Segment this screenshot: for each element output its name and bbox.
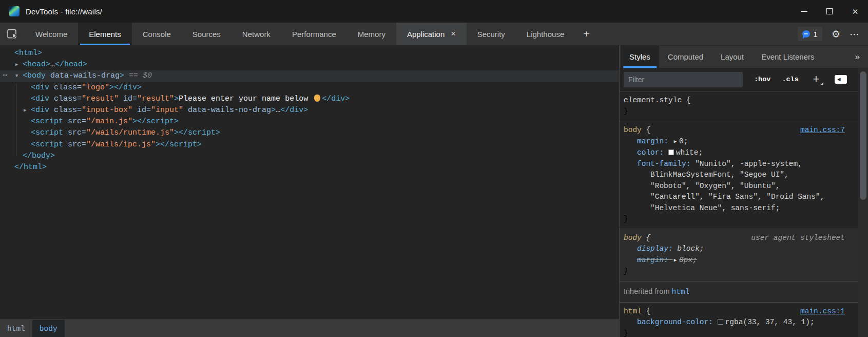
feedback-button[interactable]: 1 — [798, 27, 822, 41]
code-token: class= — [49, 106, 82, 115]
property-value: rgba(33, 37, 43, 1); — [725, 318, 815, 326]
tab-label: Event Listeners — [761, 52, 814, 61]
code-token: "result" — [137, 95, 174, 103]
more-sidebar-tabs-icon[interactable]: » — [847, 46, 868, 68]
expand-icon[interactable]: ▶ — [15, 59, 23, 70]
tab-sources[interactable]: Sources — [182, 23, 232, 45]
sidebar-tabs: » StylesComputedLayoutEvent Listeners — [620, 46, 868, 68]
devtools-content: <html>▶<head>…</head>⋯▼<body data-wails-… — [0, 46, 868, 337]
tree-row[interactable]: <div class="logo"></div> — [0, 82, 619, 93]
css-property[interactable]: background-color: rgba(33, 37, 43, 1); — [624, 317, 854, 328]
close-tab-icon[interactable]: × — [451, 30, 455, 38]
code-token: "/wails/runtime.js" — [86, 128, 174, 137]
collapse-icon[interactable]: ▼ — [15, 70, 23, 82]
node-source: <html> — [14, 49, 42, 58]
tab-network[interactable]: Network — [232, 23, 281, 45]
property-value: 8px; — [679, 256, 697, 264]
property-content: background-color: rgba(33, 37, 43, 1); — [637, 318, 815, 326]
code-token: </html> — [14, 163, 47, 172]
more-options-icon[interactable]: ⋯ — [850, 28, 860, 40]
tree-row[interactable]: <script src="/wails/ipc.js"></script> — [0, 139, 619, 151]
tree-row[interactable]: ⋯▼<body data-wails-drag> == $0 — [0, 70, 619, 82]
sidebar-tab-computed[interactable]: Computed — [659, 46, 712, 68]
css-property[interactable]: margin: ▶8px; — [624, 255, 854, 267]
css-property[interactable]: font-family: "Nunito", -apple-system, — [624, 159, 854, 170]
node-source: </body> — [23, 152, 55, 160]
tab-welcome[interactable]: Welcome — [25, 23, 78, 45]
tab-performance[interactable]: Performance — [281, 23, 347, 45]
tab-label: Sources — [192, 30, 221, 39]
property-value-wrap: "Roboto", "Oxygen", "Ubuntu", — [624, 181, 854, 192]
sidebar-tab-layout[interactable]: Layout — [712, 46, 753, 68]
tree-row[interactable]: <html> — [0, 48, 619, 59]
property-value-wrap: "Helvetica Neue", sans-serif; — [624, 203, 854, 214]
code-token: <script — [31, 128, 63, 137]
crumb-body[interactable]: body — [32, 320, 65, 337]
maximize-button[interactable] — [817, 0, 842, 23]
rule-selector[interactable]: html { — [624, 306, 650, 317]
stylesheet-link[interactable]: main.css:1 — [800, 306, 845, 317]
tab-console[interactable]: Console — [132, 23, 182, 45]
rule-selector[interactable]: body { — [624, 233, 650, 244]
rule-selector[interactable]: body { — [624, 125, 650, 136]
maximize-icon — [826, 8, 833, 14]
window-title: DevTools - file://wails/ — [26, 7, 102, 16]
tab-memory[interactable]: Memory — [347, 23, 396, 45]
tree-row[interactable]: </body> — [0, 151, 619, 162]
styles-filter-input[interactable] — [624, 72, 743, 87]
color-swatch[interactable] — [718, 319, 723, 325]
toggle-sidebar-pane-icon[interactable]: ◄ — [835, 75, 847, 84]
code-token: src= — [63, 128, 86, 137]
expand-icon[interactable]: ▶ — [24, 105, 31, 116]
code-token: id= — [119, 95, 137, 103]
breadcrumb: htmlbody — [0, 320, 619, 337]
property-content: font-family: "Nunito", -apple-system, — [637, 160, 802, 168]
selector-text: html — [624, 307, 642, 315]
color-swatch[interactable] — [668, 149, 674, 155]
tab-lighthouse[interactable]: Lighthouse — [516, 23, 575, 45]
css-property[interactable]: display: block; — [624, 244, 854, 255]
tree-row[interactable]: ▶<head>…</head> — [0, 59, 619, 70]
rule-header: body {main.css:7 — [624, 125, 854, 136]
code-token: data-wails-drag — [46, 71, 120, 80]
code-token: "input-box" — [82, 106, 132, 115]
pseudo-state-toggle[interactable]: :hov — [754, 76, 770, 83]
expand-value-icon[interactable]: ▶ — [674, 137, 677, 148]
settings-gear-icon[interactable]: ⚙ — [832, 28, 840, 40]
tree-row[interactable]: <script src="/main.js"></script> — [0, 116, 619, 127]
tab-elements[interactable]: Elements — [78, 23, 132, 45]
stylesheet-link[interactable]: main.css:7 — [800, 125, 845, 136]
minimize-button[interactable] — [791, 0, 817, 23]
more-tools-button[interactable]: + — [575, 23, 597, 45]
code-token: > — [109, 83, 114, 92]
inspect-element-button[interactable] — [0, 23, 25, 45]
scrollbar-thumb[interactable] — [860, 71, 866, 200]
code-token: == $0 — [124, 71, 152, 80]
sidebar-tab-styles[interactable]: Styles — [621, 46, 659, 68]
tree-row[interactable]: <script src="/wails/runtime.js"></script… — [0, 127, 619, 139]
open-brace: { — [642, 234, 650, 242]
styles-scrollbar[interactable] — [858, 68, 868, 337]
node-source: <body data-wails-drag> == $0 — [23, 71, 152, 80]
tab-application[interactable]: Application× — [396, 23, 467, 45]
tree-row[interactable]: ▶<div class="input-box" id="input" data-… — [0, 105, 619, 116]
new-style-rule-button[interactable]: + — [811, 74, 821, 85]
tab-security[interactable]: Security — [467, 23, 516, 45]
crumb-html[interactable]: html — [0, 320, 32, 337]
tab-label: Security — [477, 30, 505, 39]
inherited-node-link[interactable]: html — [672, 288, 690, 296]
close-button[interactable]: ✕ — [842, 0, 868, 23]
more-actions-icon[interactable]: ⋯ — [3, 70, 7, 82]
property-content: margin: ▶8px; — [637, 256, 697, 264]
node-source: <head>…</head> — [23, 60, 87, 69]
feedback-bubble-icon — [802, 30, 810, 38]
css-property[interactable]: color: white; — [624, 147, 854, 159]
sidebar-tab-event-listeners[interactable]: Event Listeners — [753, 46, 823, 68]
class-toggle[interactable]: .cls — [782, 76, 798, 83]
css-property[interactable]: margin: ▶0; — [624, 136, 854, 148]
tree-row[interactable]: <div class="result" id="result">Please e… — [0, 93, 619, 105]
tree-row[interactable]: </html> — [0, 162, 619, 173]
expand-value-icon[interactable]: ▶ — [674, 255, 677, 267]
property-value-wrap: "Cantarell", "Fira Sans", "Droid Sans", — [624, 192, 854, 203]
rule-selector[interactable]: element.style { — [624, 95, 691, 106]
